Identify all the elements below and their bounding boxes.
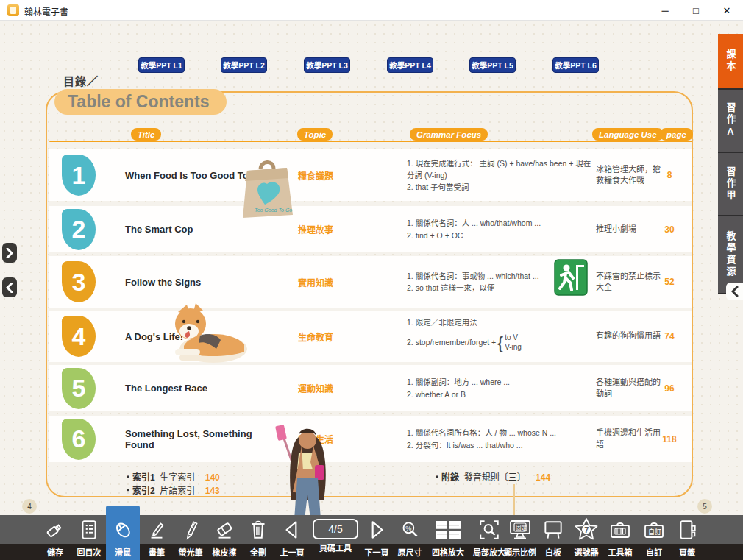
panel-open-button[interactable] (2, 243, 17, 263)
tool-label: 顯示比例 (504, 544, 536, 560)
unit-language-use: 手機週邊和生活用語 (596, 416, 664, 462)
eraser-icon (213, 515, 236, 544)
brace-glyph: { (497, 329, 503, 356)
grammar-line: 1. 關係副詞：地方 ... where ... (407, 376, 592, 388)
tool-four-pane-zoom[interactable]: 四格放大 (431, 515, 465, 560)
tool-toolbox[interactable]: 工具箱 (603, 515, 637, 560)
tool-original-size[interactable]: % 原尺寸 (393, 515, 427, 560)
tool-display-ratio[interactable]: 固定 顯示比例 (503, 515, 537, 560)
appendix-name: 發音規則〔三〕 (464, 472, 526, 483)
unit-page-number: 52 (658, 256, 680, 308)
grammar-line: 1. 現在完成進行式： 主詞 (S) + have/has been + 現在分… (407, 157, 592, 182)
tool-page-number[interactable]: 4/5 頁碼工具 (312, 515, 359, 560)
toolbox-icon (608, 515, 633, 544)
chevron-right-icon (6, 248, 13, 258)
zoom-area-icon (477, 515, 501, 544)
unit-number: 4 (72, 322, 86, 351)
grammar-line: 2. 分裂句：It is/was ... that/who ... (407, 439, 592, 451)
tool-whiteboard[interactable]: 白板 (536, 515, 570, 560)
page-indicator-box[interactable]: 4/5 (313, 519, 358, 539)
unit-grammar: 1. 關係代名詞：人 ... who/that/whom ... 2. find… (407, 206, 592, 252)
tool-label: 自訂 (646, 544, 662, 560)
index-label: ・索引2 (124, 486, 155, 496)
unit-number-badge: 2 (62, 209, 96, 250)
unit-grammar: 1. 限定／非限定用法 2. stop/remember/forget + { … (407, 311, 592, 362)
toc-row-unit4[interactable]: 4 A Dog's Life! 生命教育 1. 限定／非限定用法 2. stop… (49, 311, 692, 362)
ppt-button-l5[interactable]: 教學PPT L5 (469, 57, 516, 73)
tool-back-to-toc[interactable]: 回目次 (72, 515, 106, 560)
tool-eraser[interactable]: 橡皮擦 (207, 515, 241, 560)
tool-number-picker[interactable]: 7 選號器 (569, 515, 603, 560)
ppt-button-l3[interactable]: 教學PPT L3 (304, 57, 350, 73)
tool-label: 畫筆 (149, 544, 165, 560)
index-line-2: ・索引2 片語索引 143 (124, 483, 220, 496)
index-page-number: 140 (205, 472, 220, 483)
svg-text:Too Good To Go: Too Good To Go (255, 208, 292, 213)
tab-workbook-jia[interactable]: 習作甲 (718, 153, 743, 216)
tool-custom[interactable]: 自訂 自訂 (637, 515, 671, 560)
unit-page-number: 74 (658, 311, 680, 362)
display-ratio-icon: 固定 (508, 515, 533, 544)
grammar-line: 2. find + O + OC (407, 230, 592, 241)
tool-label: 回目次 (77, 544, 102, 560)
page-canvas: 教學PPT L1 教學PPT L2 教學PPT L3 教學PPT L4 教學PP… (0, 21, 743, 515)
tool-label: 下一頁 (365, 544, 389, 560)
brace-option-top: to V (505, 333, 522, 342)
ppt-button-l4[interactable]: 教學PPT L4 (387, 57, 433, 73)
appendix-line: ・附錄 發音規則〔三〕 144 (433, 470, 550, 483)
display-ratio-badge: 固定 (516, 523, 527, 531)
ppt-button-l6[interactable]: 教學PPT L6 (552, 57, 599, 73)
ppt-button-l2[interactable]: 教學PPT L2 (221, 57, 267, 73)
toc-row-unit5[interactable]: 5 The Longest Race 運動知識 1. 關係副詞：地方 ... w… (49, 365, 692, 411)
tool-mouse[interactable]: 滑鼠 (106, 506, 140, 560)
unit-page-number: 30 (658, 206, 680, 252)
tool-previous-page[interactable]: 上一頁 (275, 515, 309, 560)
chevron-left-icon (6, 283, 13, 293)
panel-back-button[interactable] (2, 277, 17, 297)
book-tabs-sidebar: 課本 習作A 習作甲 教學資源 (718, 34, 743, 294)
toc-row-unit1[interactable]: 1 When Food Is Too Good To Go 糧食議題 1. 現在… (49, 149, 692, 201)
tool-page-tab[interactable]: 頁籤 (670, 515, 704, 560)
toc-row-unit3[interactable]: 3 Follow the Signs 實用知識 1. 關係代名詞：事或物 ...… (49, 256, 692, 308)
unit-number-badge: 6 (62, 419, 96, 460)
tool-label: 螢光筆 (179, 544, 203, 560)
unit-language-use: 不踩雷的禁止標示大全 (596, 256, 664, 308)
unit-number: 3 (72, 268, 86, 297)
unit-topic: 實用知識 (298, 256, 368, 308)
svg-text:%: % (405, 525, 411, 532)
tool-label: 橡皮擦 (213, 544, 237, 560)
grammar-line-brace: 2. stop/remember/forget + { to V V-ing (407, 329, 592, 356)
tool-highlighter[interactable]: 螢光筆 (174, 515, 207, 560)
column-header-grammar: Grammar Focus (410, 128, 488, 141)
unit-topic: 糧食議題 (298, 149, 368, 201)
collapse-tabs-button[interactable] (726, 283, 743, 300)
whiteboard-icon (541, 515, 565, 544)
left-page-number: 4 (22, 499, 37, 514)
minimize-button[interactable]: ─ (650, 0, 680, 21)
unit-language-use: 推理小劇場 (596, 206, 664, 252)
close-button[interactable]: ✕ (712, 0, 742, 21)
ebook-app-window: 翰林電子書 ─ □ ✕ 教學PPT L1 教學PPT L2 教學PPT L3 教… (0, 0, 743, 560)
usb-save-icon (43, 515, 67, 544)
tool-pen[interactable]: 畫筆 (140, 515, 174, 560)
unit-number: 5 (72, 374, 86, 403)
tool-delete-all[interactable]: 全刪 (241, 515, 275, 560)
column-header-page: page (660, 128, 693, 141)
tab-workbook-a[interactable]: 習作A (718, 90, 743, 153)
ppt-button-l1[interactable]: 教學PPT L1 (138, 57, 185, 73)
trash-icon (246, 515, 270, 544)
titlebar: 翰林電子書 ─ □ ✕ (0, 0, 743, 21)
tab-textbook[interactable]: 課本 (718, 34, 743, 90)
tool-save[interactable]: 儲存 (38, 515, 72, 560)
tool-partial-zoom[interactable]: 局部放大 (472, 515, 506, 560)
grammar-line: 1. 關係代名詞：人 ... who/that/whom ... (407, 217, 592, 229)
tool-next-page[interactable]: 下一頁 (360, 515, 394, 560)
toc-row-unit6[interactable]: 6 Something Lost, Something Found 科技生活 1… (49, 416, 692, 462)
toc-row-unit2[interactable]: 2 The Smart Cop 推理故事 1. 關係代名詞：人 ... who/… (49, 206, 692, 252)
bookmark-tab-icon (675, 515, 699, 544)
maximize-button[interactable]: □ (681, 0, 711, 21)
index-page-number: 143 (205, 486, 220, 496)
unit-language-use: 冰箱管理大師，搶救糧食大作戰 (596, 149, 664, 201)
star-number-badge: 7 (584, 525, 589, 534)
tool-label: 全刪 (250, 544, 266, 560)
